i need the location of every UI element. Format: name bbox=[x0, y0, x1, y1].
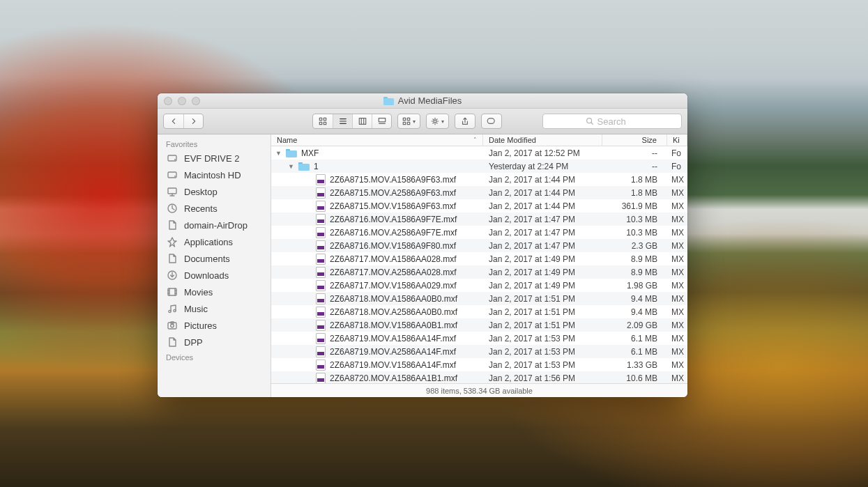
file-kind: MX bbox=[667, 307, 687, 317]
file-row[interactable]: 2Z6A8716.MOV.A1586A9F7E.mxfJan 2, 2017 a… bbox=[271, 212, 687, 226]
close-button[interactable] bbox=[164, 97, 172, 105]
file-list: Name ˄ Date Modified Size Ki ▼MXFJan 2, … bbox=[271, 134, 687, 397]
sidebar-item-label: Desktop bbox=[184, 187, 218, 197]
view-icon-button[interactable] bbox=[313, 114, 333, 128]
file-size: 9.4 MB bbox=[602, 307, 667, 317]
sidebar-item-applications[interactable]: Applications bbox=[158, 233, 271, 250]
file-name: 2Z6A8716.MOV.V1586A9F80.mxf bbox=[330, 241, 456, 251]
file-name: 2Z6A8719.MOV.A1586AA14F.mxf bbox=[330, 334, 456, 343]
action-button[interactable]: ▾ bbox=[426, 114, 449, 129]
file-row[interactable]: 2Z6A8718.MOV.A2586AA0B0.mxfJan 2, 2017 a… bbox=[271, 305, 687, 318]
file-row[interactable]: 2Z6A8715.MOV.V1586A9F63.mxfJan 2, 2017 a… bbox=[271, 199, 687, 212]
svg-rect-3 bbox=[323, 122, 326, 124]
back-button[interactable] bbox=[164, 114, 183, 128]
folder-row[interactable]: ▼1Yesterday at 2:24 PM--Fo bbox=[271, 160, 687, 173]
file-name: 2Z6A8715.MOV.V1586A9F63.mxf bbox=[330, 201, 456, 211]
file-row[interactable]: 2Z6A8720.MOV.A1586AA1B1.mxfJan 2, 2017 a… bbox=[271, 371, 687, 383]
file-size: 2.3 GB bbox=[602, 241, 667, 251]
search-icon bbox=[586, 117, 594, 125]
file-size: 10.3 MB bbox=[602, 228, 667, 238]
sidebar-item-downloads[interactable]: Downloads bbox=[158, 267, 271, 284]
view-list-button[interactable] bbox=[333, 114, 352, 128]
file-kind: Fo bbox=[667, 148, 687, 158]
file-name: 2Z6A8718.MOV.V1586AA0B1.mxf bbox=[330, 320, 457, 330]
pictures-icon bbox=[166, 320, 178, 331]
column-header-date[interactable]: Date Modified bbox=[483, 134, 602, 146]
titlebar[interactable]: Avid MediaFiles bbox=[158, 93, 687, 109]
file-row[interactable]: 2Z6A8716.MOV.V1586A9F80.mxfJan 2, 2017 a… bbox=[271, 239, 687, 252]
sidebar-item-dpp[interactable]: DPP bbox=[158, 334, 271, 350]
file-kind: MX bbox=[667, 334, 687, 343]
mxf-file-icon bbox=[316, 240, 326, 252]
sidebar-item-desktop[interactable]: Desktop bbox=[158, 183, 271, 200]
sidebar-item-label: DPP bbox=[184, 337, 203, 348]
folder-row[interactable]: ▼MXFJan 2, 2017 at 12:52 PM--Fo bbox=[271, 146, 687, 160]
sidebar-item-recents[interactable]: Recents bbox=[158, 200, 271, 217]
sidebar-item-evf-drive-2[interactable]: EVF DRIVE 2 bbox=[158, 150, 271, 167]
file-name: 2Z6A8718.MOV.A2586AA0B0.mxf bbox=[330, 307, 457, 317]
file-row[interactable]: 2Z6A8717.MOV.A1586AA028.mxfJan 2, 2017 a… bbox=[271, 252, 687, 265]
sidebar-item-pictures[interactable]: Pictures bbox=[158, 317, 271, 334]
disclosure-triangle-icon[interactable]: ▼ bbox=[275, 150, 282, 156]
file-kind: MX bbox=[667, 268, 687, 277]
file-date: Jan 2, 2017 at 1:47 PM bbox=[483, 215, 602, 224]
view-coverflow-button[interactable] bbox=[372, 114, 391, 128]
sidebar-item-label: Documents bbox=[184, 254, 230, 264]
file-name: 2Z6A8717.MOV.V1586AA029.mxf bbox=[330, 281, 457, 291]
svg-rect-2 bbox=[319, 122, 321, 124]
file-row[interactable]: 2Z6A8718.MOV.V1586AA0B1.mxfJan 2, 2017 a… bbox=[271, 318, 687, 332]
svg-point-10 bbox=[434, 120, 436, 123]
folder-icon bbox=[383, 97, 394, 105]
file-size: 8.9 MB bbox=[602, 254, 667, 264]
column-header-size[interactable]: Size bbox=[602, 134, 667, 146]
search-field[interactable] bbox=[542, 114, 682, 129]
toolbar: ▾ ▾ bbox=[158, 109, 687, 134]
mxf-file-icon bbox=[316, 333, 326, 344]
column-header-kind[interactable]: Ki bbox=[667, 134, 687, 146]
file-row[interactable]: 2Z6A8719.MOV.A2586AA14F.mxfJan 2, 2017 a… bbox=[271, 345, 687, 358]
search-input[interactable] bbox=[597, 116, 639, 127]
mxf-file-icon bbox=[316, 174, 326, 185]
file-row[interactable]: 2Z6A8715.MOV.A2586A9F63.mxfJan 2, 2017 a… bbox=[271, 186, 687, 199]
disclosure-triangle-icon[interactable]: ▼ bbox=[288, 163, 294, 169]
file-name: 2Z6A8716.MOV.A1586A9F7E.mxf bbox=[330, 215, 457, 224]
file-row[interactable]: 2Z6A8716.MOV.A2586A9F7E.mxfJan 2, 2017 a… bbox=[271, 226, 687, 239]
sidebar-item-domain-airdrop[interactable]: domain-AirDrop bbox=[158, 217, 271, 233]
file-size: 2.09 GB bbox=[602, 320, 667, 330]
arrange-button[interactable]: ▾ bbox=[397, 114, 420, 129]
zoom-button[interactable] bbox=[192, 97, 200, 105]
file-size: 9.4 MB bbox=[602, 294, 667, 304]
sidebar-item-label: Movies bbox=[184, 287, 213, 297]
sidebar-item-music[interactable]: Music bbox=[158, 300, 271, 317]
view-column-button[interactable] bbox=[352, 114, 372, 128]
file-size: 1.8 MB bbox=[602, 188, 667, 198]
file-date: Jan 2, 2017 at 1:49 PM bbox=[483, 281, 602, 291]
finder-window: Avid MediaFiles bbox=[158, 93, 687, 397]
sidebar-heading-favorites: Favorites bbox=[158, 137, 271, 150]
file-row[interactable]: 2Z6A8717.MOV.A2586AA028.mxfJan 2, 2017 a… bbox=[271, 265, 687, 279]
chevron-down-icon: ▾ bbox=[413, 118, 416, 125]
column-headers: Name ˄ Date Modified Size Ki bbox=[271, 134, 687, 146]
apps-icon bbox=[166, 236, 178, 247]
minimize-button[interactable] bbox=[178, 97, 186, 105]
share-button[interactable] bbox=[455, 114, 475, 129]
file-date: Jan 2, 2017 at 1:53 PM bbox=[483, 334, 602, 343]
window-title: Avid MediaFiles bbox=[158, 95, 687, 106]
document-icon bbox=[166, 219, 178, 231]
file-date: Jan 2, 2017 at 1:47 PM bbox=[483, 228, 602, 238]
file-row[interactable]: 2Z6A8719.MOV.V1586AA14F.mxfJan 2, 2017 a… bbox=[271, 358, 687, 371]
file-date: Jan 2, 2017 at 1:47 PM bbox=[483, 241, 602, 251]
column-header-name[interactable]: Name ˄ bbox=[271, 134, 483, 146]
forward-button[interactable] bbox=[183, 114, 203, 128]
document-icon bbox=[166, 253, 178, 264]
sidebar-item-macintosh-hd[interactable]: Macintosh HD bbox=[158, 167, 271, 183]
file-row[interactable]: 2Z6A8719.MOV.A1586AA14F.mxfJan 2, 2017 a… bbox=[271, 332, 687, 345]
tags-button[interactable] bbox=[481, 114, 502, 129]
file-row[interactable]: 2Z6A8717.MOV.V1586AA029.mxfJan 2, 2017 a… bbox=[271, 279, 687, 292]
sidebar-item-movies[interactable]: Movies bbox=[158, 284, 271, 300]
file-row[interactable]: 2Z6A8715.MOV.A1586A9F63.mxfJan 2, 2017 a… bbox=[271, 173, 687, 186]
file-kind: MX bbox=[667, 188, 687, 198]
sidebar-item-documents[interactable]: Documents bbox=[158, 250, 271, 267]
svg-point-16 bbox=[174, 176, 176, 177]
file-row[interactable]: 2Z6A8718.MOV.A1586AA0B0.mxfJan 2, 2017 a… bbox=[271, 292, 687, 305]
